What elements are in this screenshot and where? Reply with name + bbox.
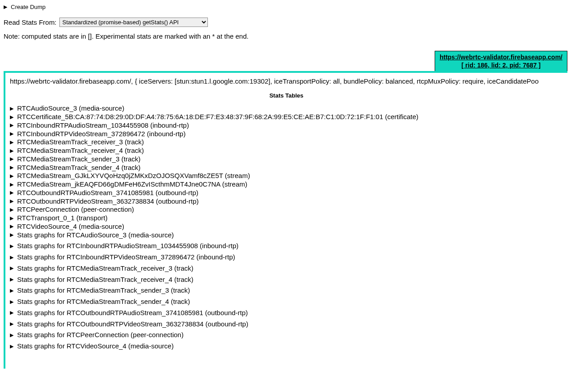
stats-list: ▶RTCAudioSource_3 (media-source)▶RTCCert…: [10, 104, 563, 351]
disclosure-triangle-icon: ▶: [10, 114, 15, 120]
stats-item[interactable]: ▶RTCOutboundRTPAudioStream_3741085981 (o…: [10, 189, 563, 197]
stats-source-row: Read Stats From: Standardized (promise-b…: [4, 18, 567, 27]
stats-item-label: Stats graphs for RTCPeerConnection (peer…: [17, 331, 184, 339]
stats-item[interactable]: ▶RTCOutboundRTPVideoStream_3632738834 (o…: [10, 197, 563, 206]
stats-note: Note: computed stats are in []. Experime…: [4, 32, 567, 40]
stats-item[interactable]: ▶RTCMediaStreamTrack_sender_4 (track): [10, 164, 563, 172]
create-dump-label: Create Dump: [11, 4, 45, 10]
stats-panel: https://webrtc-validator.firebaseapp.com…: [4, 71, 567, 369]
disclosure-triangle-icon: ▶: [10, 299, 15, 305]
stats-item[interactable]: ▶Stats graphs for RTCOutboundRTPVideoStr…: [10, 320, 563, 329]
stats-item-label: Stats graphs for RTCInboundRTPVideoStrea…: [17, 253, 235, 262]
stats-item-label: RTCMediaStreamTrack_sender_3 (track): [17, 155, 140, 164]
stats-item-label: Stats graphs for RTCMediaStreamTrack_sen…: [17, 298, 190, 306]
disclosure-triangle-icon: ▶: [10, 215, 15, 222]
disclosure-triangle-icon: ▶: [10, 173, 15, 179]
stats-item-label: RTCMediaStreamTrack_sender_4 (track): [17, 164, 140, 172]
stats-item[interactable]: ▶Stats graphs for RTCMediaStreamTrack_se…: [10, 286, 563, 295]
stats-item-label: RTCMediaStream_GJkLXYVQoHzq0jZMKxDzOJOSQ…: [17, 172, 250, 180]
stats-item[interactable]: ▶RTCTransport_0_1 (transport): [10, 214, 563, 223]
disclosure-triangle-icon: ▶: [10, 148, 15, 154]
tab-ids: [ rid: 186, lid: 2, pid: 7687 ]: [440, 61, 562, 69]
disclosure-triangle-icon: ▶: [10, 207, 15, 213]
stats-item-label: Stats graphs for RTCOutboundRTPVideoStre…: [17, 320, 248, 329]
disclosure-triangle-icon: ▶: [10, 156, 15, 162]
disclosure-triangle-icon: ▶: [10, 165, 15, 171]
disclosure-triangle-icon: ▶: [10, 232, 15, 238]
stats-item[interactable]: ▶RTCAudioSource_3 (media-source): [10, 104, 563, 113]
stats-item-label: RTCCertificate_5B:CA:87:74:D8:29:0D:DF:A…: [17, 113, 418, 121]
stats-item-label: Stats graphs for RTCVideoSource_4 (media…: [17, 342, 174, 351]
disclosure-triangle-icon: ▶: [10, 321, 15, 327]
stats-item-label: Stats graphs for RTCMediaStreamTrack_sen…: [17, 286, 190, 295]
disclosure-triangle-icon: ▶: [10, 190, 15, 196]
disclosure-triangle-icon: ▶: [10, 223, 15, 230]
stats-item[interactable]: ▶RTCMediaStreamTrack_sender_3 (track): [10, 155, 563, 164]
stats-item[interactable]: ▶Stats graphs for RTCMediaStreamTrack_re…: [10, 264, 563, 273]
stats-item-label: RTCInboundRTPAudioStream_1034455908 (inb…: [17, 121, 189, 130]
stats-item-label: RTCAudioSource_3 (media-source): [17, 104, 124, 113]
stats-item[interactable]: ▶RTCInboundRTPAudioStream_1034455908 (in…: [10, 121, 563, 130]
connection-tab[interactable]: https://webrtc-validator.firebaseapp.com…: [435, 51, 567, 71]
stats-api-select[interactable]: Standardized (promise-based) getStats() …: [59, 18, 208, 27]
stats-item[interactable]: ▶RTCCertificate_5B:CA:87:74:D8:29:0D:DF:…: [10, 113, 563, 121]
tab-url: https://webrtc-validator.firebaseapp.com…: [440, 53, 562, 61]
stats-item-label: RTCMediaStream_jkEAQFD66gDMFeH6ZvIScthmM…: [17, 180, 247, 189]
disclosure-triangle-icon: ▶: [10, 243, 15, 249]
stats-item[interactable]: ▶RTCVideoSource_4 (media-source): [10, 223, 563, 231]
disclosure-triangle-icon: ▶: [10, 310, 15, 316]
stats-item[interactable]: ▶Stats graphs for RTCPeerConnection (pee…: [10, 331, 563, 339]
stats-item-label: RTCTransport_0_1 (transport): [17, 214, 108, 223]
stats-item-label: Stats graphs for RTCOutboundRTPAudioStre…: [17, 309, 248, 317]
stats-item-label: RTCOutboundRTPVideoStream_3632738834 (ou…: [17, 197, 199, 206]
disclosure-triangle-icon: ▶: [10, 106, 15, 112]
stats-item[interactable]: ▶RTCMediaStreamTrack_receiver_4 (track): [10, 147, 563, 155]
disclosure-triangle-icon: ▶: [10, 182, 15, 188]
disclosure-triangle-icon: ▶: [10, 332, 15, 339]
read-stats-label: Read Stats From:: [4, 18, 57, 26]
peer-connection-config: https://webrtc-validator.firebaseapp.com…: [10, 77, 563, 85]
disclosure-triangle-icon: ▶: [10, 254, 15, 261]
stats-item-label: Stats graphs for RTCMediaStreamTrack_rec…: [17, 276, 193, 284]
stats-item[interactable]: ▶RTCPeerConnection (peer-connection): [10, 205, 563, 214]
tab-bar: https://webrtc-validator.firebaseapp.com…: [4, 51, 567, 71]
stats-item[interactable]: ▶Stats graphs for RTCInboundRTPVideoStre…: [10, 253, 563, 262]
stats-item[interactable]: ▶Stats graphs for RTCVideoSource_4 (medi…: [10, 342, 563, 351]
stats-item-label: Stats graphs for RTCMediaStreamTrack_rec…: [17, 264, 193, 273]
stats-item[interactable]: ▶Stats graphs for RTCAudioSource_3 (medi…: [10, 231, 563, 240]
disclosure-triangle-icon: ▶: [10, 131, 15, 137]
disclosure-triangle-icon: ▶: [10, 198, 15, 205]
disclosure-triangle-icon: ▶: [10, 265, 15, 272]
stats-item[interactable]: ▶Stats graphs for RTCInboundRTPAudioStre…: [10, 242, 563, 250]
disclosure-triangle-icon: ▶: [10, 343, 15, 350]
stats-item-label: Stats graphs for RTCInboundRTPAudioStrea…: [17, 242, 238, 250]
stats-item-label: RTCMediaStreamTrack_receiver_3 (track): [17, 138, 144, 147]
stats-item-label: RTCOutboundRTPAudioStream_3741085981 (ou…: [17, 189, 198, 197]
disclosure-triangle-icon: ▶: [10, 276, 15, 283]
stats-item[interactable]: ▶RTCMediaStream_jkEAQFD66gDMFeH6ZvIScthm…: [10, 180, 563, 189]
stats-item[interactable]: ▶RTCMediaStream_GJkLXYVQoHzq0jZMKxDzOJOS…: [10, 172, 563, 180]
create-dump-toggle[interactable]: ▶ Create Dump: [4, 4, 567, 10]
disclosure-triangle-icon: ▶: [10, 122, 15, 129]
stats-item-label: RTCVideoSource_4 (media-source): [17, 223, 124, 231]
stats-item-label: RTCPeerConnection (peer-connection): [17, 205, 134, 214]
stats-item-label: RTCMediaStreamTrack_receiver_4 (track): [17, 147, 144, 155]
stats-item[interactable]: ▶Stats graphs for RTCOutboundRTPAudioStr…: [10, 309, 563, 317]
stats-item[interactable]: ▶Stats graphs for RTCMediaStreamTrack_se…: [10, 298, 563, 306]
disclosure-triangle-icon: ▶: [10, 139, 15, 146]
stats-item[interactable]: ▶Stats graphs for RTCMediaStreamTrack_re…: [10, 276, 563, 284]
stats-item[interactable]: ▶RTCMediaStreamTrack_receiver_3 (track): [10, 138, 563, 147]
disclosure-triangle-icon: ▶: [10, 288, 15, 294]
stats-item[interactable]: ▶RTCInboundRTPVideoStream_372896472 (inb…: [10, 130, 563, 138]
stats-item-label: Stats graphs for RTCAudioSource_3 (media…: [17, 231, 174, 240]
stats-tables-heading: Stats Tables: [10, 92, 563, 99]
disclosure-triangle-icon: ▶: [4, 4, 9, 10]
stats-item-label: RTCInboundRTPVideoStream_372896472 (inbo…: [17, 130, 185, 138]
